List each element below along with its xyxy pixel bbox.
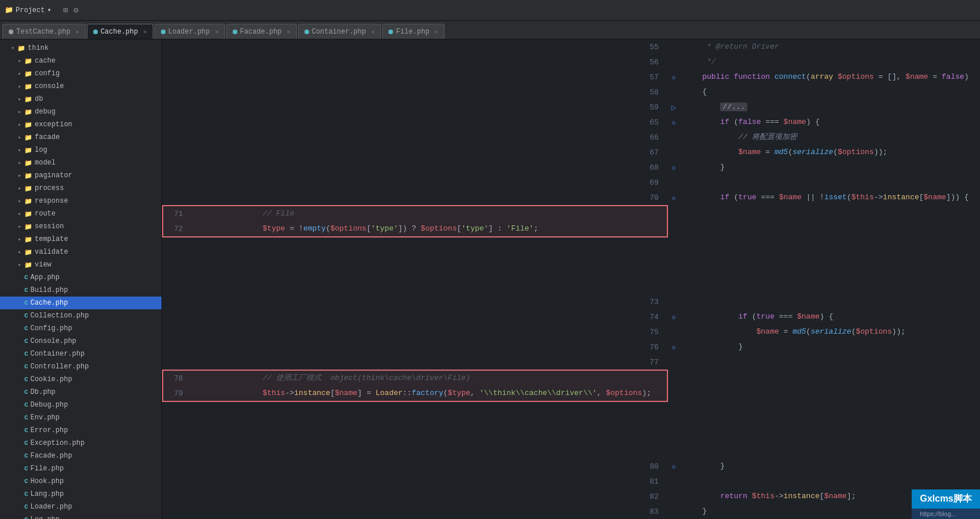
sidebar-item-facade-php[interactable]: C Facade.php bbox=[0, 449, 162, 462]
tab-facade[interactable]: Facade.php ✕ bbox=[226, 24, 297, 39]
line-content: $type = !empty($options['type']) ? $opti… bbox=[204, 221, 543, 236]
sidebar-item-console[interactable]: 📁 console bbox=[0, 80, 162, 93]
sidebar-item-debug[interactable]: 📁 debug bbox=[0, 105, 162, 118]
sidebar-item-loader[interactable]: C Loader.php bbox=[0, 500, 162, 513]
code-line: 79 $this->instance[$name] = Loader::fact… bbox=[163, 386, 656, 401]
layout-icon[interactable]: ⊞ bbox=[63, 5, 68, 15]
sidebar-item-think[interactable]: 📁 think bbox=[0, 42, 162, 54]
code-line: 78 // 使用工厂模式 object(think\cache\driver\F… bbox=[163, 371, 656, 386]
tab-close-icon[interactable]: ✕ bbox=[371, 28, 375, 35]
tab-label: File.php bbox=[396, 28, 430, 36]
file-icon: C bbox=[24, 325, 28, 332]
arrow-icon bbox=[16, 83, 23, 90]
gutter-icon: ◇ bbox=[672, 314, 676, 321]
sidebar-item-db[interactable]: 📁 db bbox=[0, 93, 162, 105]
code-line: 71 // File bbox=[163, 206, 543, 221]
code-line: 56 */ bbox=[162, 54, 980, 70]
sidebar-item-log-php[interactable]: C Log.php bbox=[0, 513, 162, 519]
line-gutter bbox=[668, 324, 680, 339]
arrow-icon bbox=[16, 198, 23, 204]
sidebar-item-cache[interactable]: 📁 cache bbox=[0, 54, 162, 67]
tab-label: Container.php bbox=[312, 28, 366, 36]
file-icon: C bbox=[24, 376, 28, 383]
project-label[interactable]: 📁 Project ▾ bbox=[5, 6, 52, 14]
sidebar-item-label: view bbox=[35, 261, 52, 269]
sidebar-item-label: facade bbox=[35, 133, 60, 141]
arrow-icon bbox=[16, 57, 23, 64]
code-line: 83 } bbox=[162, 504, 980, 519]
code-line: 76 ◇ } bbox=[162, 339, 980, 354]
sidebar-item-exception-php[interactable]: C Exception.php bbox=[0, 437, 162, 449]
sidebar-item-container-php[interactable]: C Container.php bbox=[0, 348, 162, 360]
sidebar-item-label: Build.php bbox=[31, 286, 68, 294]
sidebar-item-console-php[interactable]: C Console.php bbox=[0, 335, 162, 348]
sidebar-item-label: Exception.php bbox=[31, 439, 85, 447]
sidebar-item-label: paginator bbox=[35, 171, 72, 180]
sidebar-item-view[interactable]: 📁 view bbox=[0, 258, 162, 271]
sidebar-item-session[interactable]: 📁 session bbox=[0, 220, 162, 233]
line-number: 82 bbox=[162, 489, 668, 504]
sidebar-item-controller[interactable]: C Controller.php bbox=[0, 360, 162, 373]
sidebar-item-config[interactable]: 📁 config bbox=[0, 67, 162, 80]
sidebar-item-hook[interactable]: C Hook.php bbox=[0, 475, 162, 488]
code-line: 58 { bbox=[162, 85, 980, 100]
tab-close-icon[interactable]: ✕ bbox=[215, 28, 219, 35]
sidebar-item-config-php[interactable]: C Config.php bbox=[0, 322, 162, 335]
line-gutter: ◇ bbox=[668, 70, 680, 85]
gutter-icon: ▷ bbox=[671, 103, 676, 112]
sidebar-item-cookie[interactable]: C Cookie.php bbox=[0, 373, 162, 386]
sidebar-item-label: exception bbox=[35, 120, 72, 129]
sidebar-item-lang[interactable]: C Lang.php bbox=[0, 488, 162, 500]
file-icon: C bbox=[24, 452, 28, 459]
folder-icon: 📁 bbox=[24, 147, 32, 154]
sidebar[interactable]: 📁 think 📁 cache 📁 config 📁 console 📁 db … bbox=[0, 39, 162, 519]
sidebar-item-log[interactable]: 📁 log bbox=[0, 144, 162, 156]
sidebar-item-validate[interactable]: 📁 validate bbox=[0, 246, 162, 258]
tab-cache[interactable]: Cache.php ✕ bbox=[87, 24, 153, 39]
sidebar-item-cache-php[interactable]: C Cache.php bbox=[0, 297, 162, 309]
sidebar-item-error[interactable]: C Error.php bbox=[0, 424, 162, 437]
code-editor[interactable]: 55 * @return Driver 56 */ 57 ◇ public fu… bbox=[162, 39, 980, 519]
folder-icon: 📁 bbox=[24, 70, 32, 78]
tab-container[interactable]: Container.php ✕ bbox=[298, 24, 381, 39]
line-gutter bbox=[668, 354, 680, 370]
sidebar-item-file-php[interactable]: C File.php bbox=[0, 462, 162, 475]
sidebar-item-template[interactable]: 📁 template bbox=[0, 233, 162, 246]
line-number: 77 bbox=[162, 354, 668, 370]
sidebar-item-facade[interactable]: 📁 facade bbox=[0, 131, 162, 144]
line-content: if (true === $name || !isset($this->inst… bbox=[680, 190, 980, 205]
sidebar-item-env[interactable]: C Env.php bbox=[0, 411, 162, 424]
tab-label: Cache.php bbox=[101, 28, 138, 36]
sidebar-item-process[interactable]: 📁 process bbox=[0, 182, 162, 195]
sidebar-item-build[interactable]: C Build.php bbox=[0, 284, 162, 297]
sidebar-item-exception[interactable]: 📁 exception bbox=[0, 118, 162, 131]
tab-close-icon[interactable]: ✕ bbox=[76, 28, 79, 35]
sidebar-item-model[interactable]: 📁 model bbox=[0, 156, 162, 169]
tab-close-icon[interactable]: ✕ bbox=[287, 28, 291, 35]
sidebar-item-response[interactable]: 📁 response bbox=[0, 195, 162, 207]
file-icon: C bbox=[24, 440, 28, 447]
sidebar-item-route[interactable]: 📁 route bbox=[0, 207, 162, 220]
folder-icon: 📁 bbox=[24, 108, 32, 116]
sidebar-item-label: route bbox=[35, 210, 56, 218]
sidebar-item-collection[interactable]: C Collection.php bbox=[0, 309, 162, 322]
line-content: $this->instance[$name] = Loader::factory… bbox=[204, 386, 656, 401]
sidebar-item-paginator[interactable]: 📁 paginator bbox=[0, 169, 162, 182]
tab-testcache[interactable]: TestCache.php ✕ bbox=[2, 24, 86, 39]
arrow-icon bbox=[16, 147, 23, 153]
tab-file[interactable]: File.php ✕ bbox=[382, 24, 445, 39]
line-content: // File bbox=[204, 206, 543, 221]
tab-dot bbox=[93, 30, 98, 34]
tab-loader[interactable]: Loader.php ✕ bbox=[155, 24, 225, 39]
tab-close-icon[interactable]: ✕ bbox=[435, 28, 438, 35]
tab-label: Facade.php bbox=[240, 28, 282, 36]
sidebar-item-db-php[interactable]: C Db.php bbox=[0, 386, 162, 399]
sidebar-item-debug-php[interactable]: C Debug.php bbox=[0, 399, 162, 411]
sidebar-item-app[interactable]: C App.php bbox=[0, 271, 162, 284]
line-content bbox=[680, 354, 980, 370]
file-icon: C bbox=[24, 491, 28, 498]
settings-icon[interactable]: ⚙ bbox=[74, 5, 78, 15]
line-content: public function connect(array $options =… bbox=[680, 70, 980, 85]
tab-close-icon[interactable]: ✕ bbox=[143, 28, 146, 35]
sidebar-item-label: Error.php bbox=[31, 426, 68, 434]
